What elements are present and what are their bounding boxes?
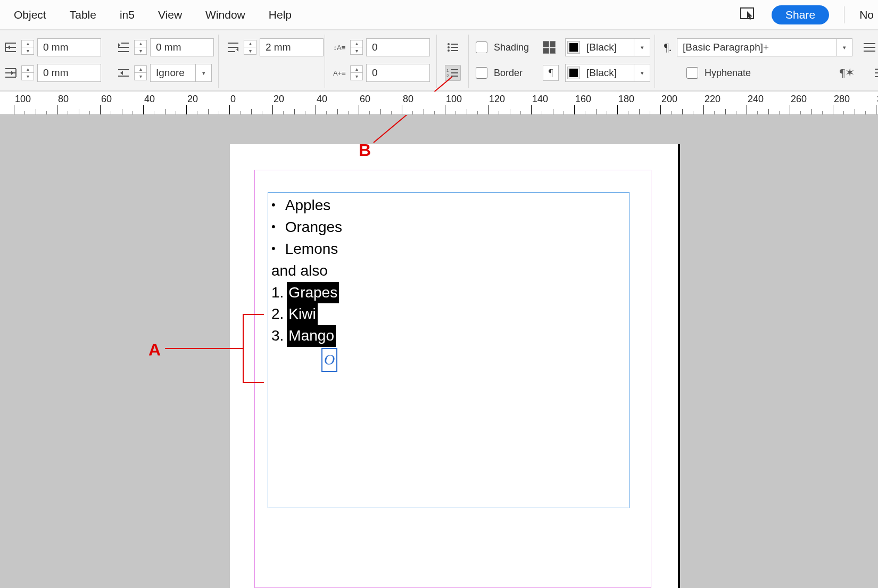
ruler-label: 40	[317, 94, 327, 105]
ruler-label: 140	[532, 94, 548, 105]
ruler-label: 180	[618, 94, 634, 105]
page: •Apples •Oranges •Lemons and also 1.Grap…	[230, 144, 678, 588]
first-line-indent-field[interactable]: 0 mm	[150, 38, 214, 56]
chevron-down-icon[interactable]: ▾	[634, 38, 650, 56]
ruler-label: 80	[58, 94, 69, 105]
workspace: •Apples •Oranges •Lemons and also 1.Grap…	[0, 115, 878, 588]
shading-color-combo[interactable]: [Black] ▾	[565, 38, 650, 56]
cursor-placeholder-icon: O	[321, 348, 337, 372]
ruler-label: 20	[274, 94, 284, 105]
ruler-label: 220	[705, 94, 720, 105]
ruler-label: 20	[187, 94, 198, 105]
space-before-stepper[interactable]: ▴▾	[350, 40, 363, 55]
horizontal-ruler[interactable]: 1008060402002040608010012014016018020022…	[0, 92, 878, 115]
paragraph-direction-toggle-icon[interactable]: ¶✶	[840, 66, 855, 80]
ruler-label: 40	[144, 94, 155, 105]
menu-window[interactable]: Window	[194, 9, 257, 21]
svg-text:1: 1	[446, 68, 449, 73]
right-indent-icon	[3, 65, 18, 80]
panel-menu-icon[interactable]	[873, 65, 878, 80]
right-indent-stepper[interactable]: ▴▾	[21, 65, 34, 80]
list-item: •Apples	[271, 195, 626, 217]
left-indent-icon	[3, 40, 18, 55]
ruler-label: 200	[661, 94, 677, 105]
menu-table[interactable]: Table	[58, 9, 108, 21]
space-after-field[interactable]: 0	[366, 64, 430, 82]
last-line-indent-icon	[226, 40, 241, 55]
document-content: •Apples •Oranges •Lemons and also 1.Grap…	[268, 193, 629, 372]
plain-line: and also	[271, 260, 626, 282]
border-color-combo[interactable]: [Black] ▾	[565, 64, 650, 82]
space-before-icon: ↕A≡	[332, 40, 347, 55]
text-frame[interactable]: •Apples •Oranges •Lemons and also 1.Grap…	[268, 192, 629, 508]
ruler-label: 80	[403, 94, 413, 105]
ruler-label: 60	[360, 94, 370, 105]
annotation-a-bracket	[243, 314, 264, 383]
ruler-label: 60	[101, 94, 112, 105]
right-indent-field[interactable]: 0 mm	[37, 64, 101, 82]
border-label: Border	[494, 68, 523, 79]
left-indent-stepper[interactable]: ▴▾	[21, 40, 34, 55]
space-before-field[interactable]: 0	[366, 38, 430, 56]
space-after-stepper[interactable]: ▴▾	[350, 65, 363, 80]
svg-point-1	[448, 43, 450, 45]
menu-help[interactable]: Help	[257, 9, 303, 21]
left-indent-field[interactable]: 0 mm	[37, 38, 101, 56]
ruler-label: 280	[834, 94, 850, 105]
ignore-stepper[interactable]: ▴▾	[134, 65, 147, 80]
hyphenate-label: Hyphenate	[705, 68, 751, 79]
numbered-list-button[interactable]: 12	[445, 65, 461, 81]
list-item: 2.Kiwi	[271, 303, 626, 325]
annotation-a-line	[165, 348, 243, 349]
menu-in5[interactable]: in5	[108, 9, 146, 21]
ruler-label: 240	[748, 94, 764, 105]
menubar: Object Table in5 View Window Help Share …	[0, 0, 878, 30]
list-item: 3.Mango	[271, 325, 626, 347]
svg-point-2	[448, 46, 450, 48]
paragraph-style-combo[interactable]: [Basic Paragraph]+ ▾	[677, 38, 852, 56]
shading-preview-icon[interactable]	[543, 41, 556, 54]
annotation-a-label: A	[148, 340, 161, 360]
ruler-label: 100	[15, 94, 31, 105]
list-item: 1.Grapes	[271, 282, 626, 304]
chevron-down-icon[interactable]: ▾	[634, 64, 650, 82]
space-after-icon: A+≡	[332, 65, 347, 80]
svg-point-3	[448, 49, 450, 52]
border-checkbox[interactable]	[476, 67, 487, 79]
bulleted-list-button[interactable]	[445, 39, 461, 55]
shading-label: Shading	[494, 42, 529, 53]
hyphenate-checkbox[interactable]	[686, 67, 698, 79]
menu-object[interactable]: Object	[2, 9, 58, 21]
list-item: •Lemons	[271, 238, 626, 260]
list-item: •Oranges	[271, 217, 626, 238]
ruler-label: 260	[791, 94, 807, 105]
control-panel: ▴▾ 0 mm ▴▾ 0 mm ▴▾ 0 mm ▴▾ Ignore ▾ ▴▾ 2…	[0, 30, 878, 92]
share-button[interactable]: Share	[772, 5, 829, 24]
paragraph-direction-icon[interactable]: ¶	[543, 65, 559, 81]
first-line-indent-icon	[116, 40, 131, 55]
ruler-label: 120	[489, 94, 505, 105]
ignore-align-icon	[116, 65, 131, 80]
svg-text:2: 2	[446, 73, 449, 78]
shading-checkbox[interactable]	[476, 42, 487, 53]
ignore-combo[interactable]: Ignore ▾	[150, 64, 212, 82]
touch-workspace-icon[interactable]	[740, 7, 757, 23]
last-line-indent-stepper[interactable]: ▴▾	[244, 40, 256, 55]
last-line-indent-field[interactable]: 2 mm	[260, 38, 324, 56]
annotation-b-label: B	[359, 140, 371, 160]
ruler-label: 160	[575, 94, 591, 105]
clipped-text: No	[859, 9, 874, 21]
ruler-label: 100	[446, 94, 462, 105]
paragraph-style-icon: ¶.	[664, 42, 672, 54]
chevron-down-icon[interactable]: ▾	[836, 38, 852, 56]
first-line-indent-stepper[interactable]: ▴▾	[134, 40, 147, 55]
chevron-down-icon[interactable]: ▾	[196, 64, 212, 82]
menu-view[interactable]: View	[146, 9, 194, 21]
clear-overrides-icon[interactable]	[862, 40, 877, 55]
ruler-label: 0	[230, 94, 236, 105]
